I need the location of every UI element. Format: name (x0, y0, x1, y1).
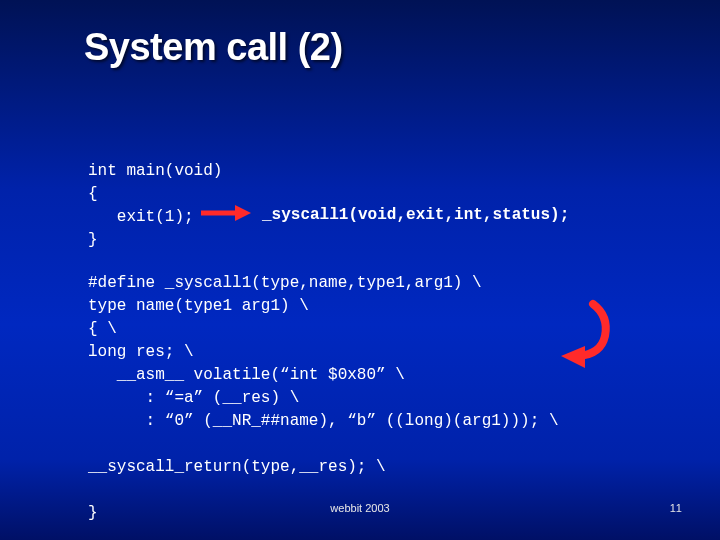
svg-marker-2 (561, 346, 585, 368)
syscall-annotation: _syscall1(void,exit,int,status); (262, 206, 569, 224)
slide: System call (2) int main(void) { exit(1)… (0, 0, 720, 540)
svg-marker-1 (235, 205, 251, 221)
code-macro: #define _syscall1(type,name,type1,arg1) … (88, 272, 708, 525)
slide-title: System call (2) (84, 26, 343, 69)
footer-text: webbit 2003 (330, 502, 389, 514)
arrow-curved-icon (535, 298, 615, 374)
page-number: 11 (670, 502, 682, 514)
arrow-right-icon (199, 203, 253, 227)
